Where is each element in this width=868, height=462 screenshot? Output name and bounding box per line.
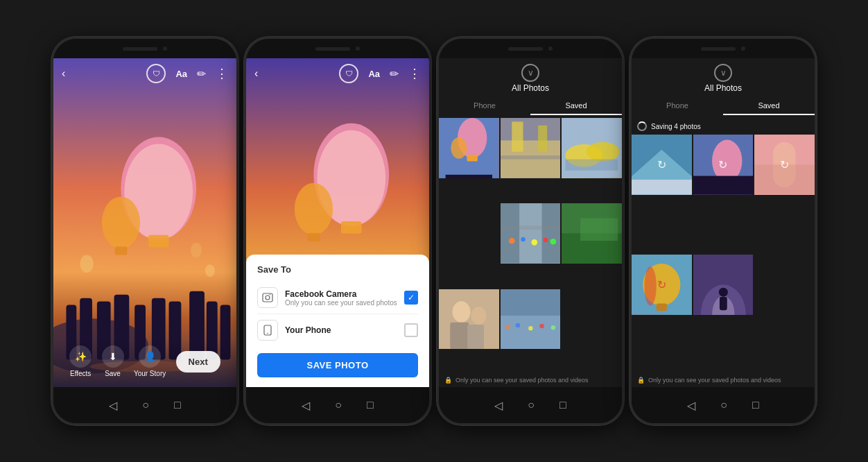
save-option-facebook[interactable]: Facebook Camera Only you can see your sa… <box>257 282 418 314</box>
phone-screen-4: ∨ All Photos Phone Saved Saving 4 photos <box>632 58 815 387</box>
story-toolbar-2: ‹ 🛡 Aa ✏ ⋮ <box>246 58 429 89</box>
phone-top-bar-4 <box>632 39 815 58</box>
nav-back-3[interactable]: ◁ <box>494 399 503 412</box>
nav-square-4[interactable]: □ <box>752 399 759 411</box>
saving-text: Saving 4 photos <box>651 123 701 130</box>
svg-rect-14 <box>148 235 169 248</box>
effects-action[interactable]: ✨ Effects <box>69 345 92 377</box>
phone-bottom-bar-2: ◁ ○ □ <box>246 387 429 423</box>
more-icon-2[interactable]: ⋮ <box>408 66 421 81</box>
photo-cell-7[interactable] <box>501 289 561 350</box>
svg-point-68 <box>452 301 470 322</box>
sync-icon-4-2: ↻ <box>718 158 727 171</box>
photo-cell-4-2[interactable]: ↻ <box>693 135 754 195</box>
phone-screen-2: ‹ 🛡 Aa ✏ ⋮ Save To <box>246 58 429 387</box>
svg-rect-49 <box>512 121 523 151</box>
nav-square-1[interactable]: □ <box>174 399 181 411</box>
saving-spinner <box>637 121 647 131</box>
nav-square-3[interactable]: □ <box>559 399 566 411</box>
speaker-4 <box>701 47 736 51</box>
camera-dot-2 <box>356 46 360 51</box>
nav-home-1[interactable]: ○ <box>142 399 149 411</box>
story-toolbar-1: ‹ 🛡 Aa ✏ ⋮ <box>53 58 236 89</box>
svg-point-76 <box>528 326 533 331</box>
tab-saved-4[interactable]: Saved <box>723 97 815 115</box>
nav-square-2[interactable]: □ <box>367 399 374 411</box>
shield-icon-2[interactable]: 🛡 <box>339 64 358 83</box>
photo-cell-5[interactable] <box>562 203 622 264</box>
phone-2: ‹ 🛡 Aa ✏ ⋮ Save To <box>244 37 431 425</box>
facebook-camera-icon <box>257 287 278 308</box>
your-story-icon: 👤 <box>139 345 161 368</box>
phone-option-text: Your Phone <box>285 325 397 335</box>
svg-rect-50 <box>538 126 547 152</box>
facebook-camera-text: Facebook Camera Only you can see your sa… <box>285 289 397 307</box>
save-action[interactable]: ⬇ Save <box>102 345 124 377</box>
camera-dot-4 <box>741 46 745 51</box>
photo-cell-2[interactable] <box>501 118 561 178</box>
svg-point-35 <box>295 183 333 235</box>
saving-bar: Saving 4 photos <box>632 118 815 135</box>
back-button-1[interactable]: ‹ <box>62 67 65 80</box>
photo-cell-1[interactable] <box>439 118 499 178</box>
all-photos-icon-3[interactable]: ∨ <box>521 64 539 82</box>
grid-tabs-3: Phone Saved <box>439 97 622 115</box>
svg-rect-34 <box>341 221 362 234</box>
tab-saved-3[interactable]: Saved <box>530 97 622 115</box>
all-photos-icon-4[interactable]: ∨ <box>714 64 732 82</box>
svg-rect-73 <box>501 316 561 350</box>
story-bottom-1: ✨ Effects ⬇ Save 👤 Your Story Next <box>53 339 236 387</box>
photo-cell-4[interactable] <box>501 203 561 264</box>
story-background-1: ‹ 🛡 Aa ✏ ⋮ ✨ Effects <box>53 58 236 387</box>
nav-back-1[interactable]: ◁ <box>109 399 117 412</box>
photo-cell-4-4[interactable]: ↻ <box>632 255 692 315</box>
photo-cell-6[interactable] <box>439 289 499 350</box>
phone-top-bar-2 <box>246 39 429 58</box>
svg-point-62 <box>543 238 548 243</box>
your-story-action[interactable]: 👤 Your Story <box>134 345 166 377</box>
effects-icon: ✨ <box>69 345 92 368</box>
phone-screen-1: ‹ 🛡 Aa ✏ ⋮ ✨ Effects <box>53 58 236 387</box>
nav-back-4[interactable]: ◁ <box>687 399 695 412</box>
effects-label: Effects <box>70 370 91 377</box>
grid-footer-3: 🔒 Only you can see your saved photos and… <box>439 373 622 387</box>
svg-point-15 <box>102 196 140 248</box>
svg-rect-36 <box>308 233 320 241</box>
photo-cell-4-3[interactable]: ↻ <box>754 135 815 195</box>
svg-point-41 <box>267 333 268 334</box>
grid-header-3: ∨ All Photos Phone Saved <box>439 58 622 118</box>
tab-phone-4[interactable]: Phone <box>632 97 723 115</box>
nav-back-2[interactable]: ◁ <box>302 399 310 412</box>
photo-cell-4-5[interactable] <box>693 255 754 315</box>
checkbox-facebook[interactable]: ✓ <box>404 291 418 305</box>
photo-cell-4-1[interactable]: ↻ <box>632 135 692 195</box>
text-icon-1[interactable]: Aa <box>175 69 187 79</box>
nav-home-2[interactable]: ○ <box>335 399 342 411</box>
save-label: Save <box>105 370 121 377</box>
shield-icon-1[interactable]: 🛡 <box>146 64 166 83</box>
footer-text-3: Only you can see your saved photos and v… <box>455 377 589 384</box>
speaker-1 <box>123 47 157 51</box>
nav-home-3[interactable]: ○ <box>528 399 535 411</box>
grid-header-4: ∨ All Photos Phone Saved <box>632 58 815 118</box>
svg-point-78 <box>550 325 555 330</box>
more-icon-1[interactable]: ⋮ <box>216 66 228 81</box>
back-button-2[interactable]: ‹ <box>254 67 258 80</box>
svg-point-17 <box>80 255 94 273</box>
draw-icon-1[interactable]: ✏ <box>197 67 206 80</box>
nav-home-4[interactable]: ○ <box>720 399 727 411</box>
camera-dot-1 <box>163 46 167 51</box>
phone-icon <box>257 320 278 341</box>
checkbox-phone[interactable] <box>404 323 418 337</box>
save-option-phone[interactable]: Your Phone <box>257 314 418 346</box>
save-photo-button[interactable]: SAVE PHOTO <box>257 353 418 377</box>
next-button-1[interactable]: Next <box>176 351 220 373</box>
text-icon-2[interactable]: Aa <box>368 69 380 79</box>
svg-rect-70 <box>450 322 469 349</box>
svg-point-90 <box>644 266 656 305</box>
tab-phone-3[interactable]: Phone <box>439 97 530 115</box>
lock-icon-4: 🔒 <box>637 377 645 384</box>
photo-cell-3[interactable] <box>562 118 622 178</box>
svg-point-39 <box>270 294 271 296</box>
draw-icon-2[interactable]: ✏ <box>390 67 399 80</box>
